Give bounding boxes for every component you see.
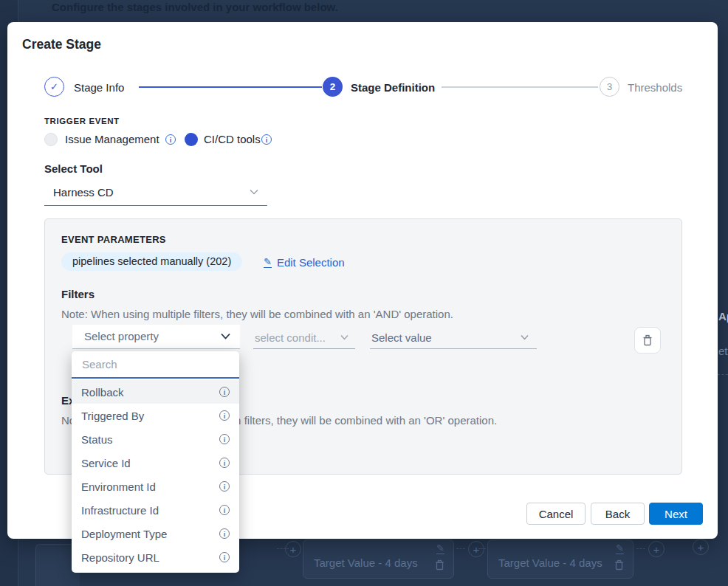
step-3-number: 3 (607, 81, 612, 92)
back-button[interactable]: Back (591, 503, 645, 525)
add-stage-plus-icon: + (468, 541, 484, 557)
background-stage-card: Target Value - 4 days ✎ (487, 540, 633, 579)
edit-pencil-icon: ✎ (436, 542, 444, 554)
info-icon[interactable]: i (219, 458, 230, 468)
stepper-connector-pending (442, 86, 598, 88)
filter-value-select[interactable]: Select value (370, 328, 537, 349)
dropdown-item-label: Environment Id (81, 480, 156, 493)
step-2-label[interactable]: Stage Definition (351, 81, 435, 94)
dashed-connector (718, 374, 728, 375)
filter-property-select[interactable]: Select property (72, 325, 240, 349)
step-2-number: 2 (330, 81, 336, 92)
edit-pencil-icon: ✎ (264, 257, 272, 268)
info-icon[interactable]: i (261, 134, 272, 145)
radio-cicd-tools-label[interactable]: CI/CD tools (204, 133, 261, 145)
dropdown-item-infrastructure-id[interactable]: Infrastructure Id i (72, 498, 239, 522)
trash-icon (642, 334, 653, 346)
filter-value-placeholder: Select value (371, 331, 432, 344)
step-1-label[interactable]: Stage Info (74, 81, 124, 94)
add-stage-plus-icon: + (285, 541, 301, 557)
target-value-label: Target Value - 4 days (498, 556, 602, 569)
dropdown-item-environment-id[interactable]: Environment Id i (72, 475, 239, 498)
info-icon[interactable]: i (219, 434, 230, 444)
info-icon[interactable]: i (219, 387, 230, 397)
info-icon[interactable]: i (219, 528, 230, 539)
info-icon[interactable]: i (219, 552, 230, 562)
radio-issue-management-label[interactable]: Issue Management (65, 133, 159, 145)
tool-select-dropdown[interactable]: Harness CD (44, 179, 267, 206)
dropdown-item-label: Rollback (81, 386, 124, 399)
add-stage-plus-icon: + (648, 541, 665, 557)
dropdown-item-repository-url[interactable]: Repository URL i (72, 545, 239, 569)
select-tool-label: Select Tool (44, 162, 103, 175)
chevron-down-icon (221, 333, 230, 342)
target-value-label: Target Value - 4 days (314, 556, 418, 569)
edit-pencil-icon: ✎ (616, 542, 624, 554)
dashed-connector (456, 548, 465, 549)
check-icon: ✓ (50, 81, 58, 92)
chevron-down-icon (340, 334, 349, 343)
info-icon[interactable]: i (219, 481, 230, 492)
property-dropdown-menu: Rollback i Triggered By i Status i Servi… (72, 351, 239, 573)
step-3-label[interactable]: Thresholds (628, 81, 682, 94)
filter-condition-placeholder: select condit... (255, 331, 326, 344)
dropdown-item-label: Infrastructure Id (81, 504, 159, 517)
event-parameters-heading: EVENT PARAMETERS (61, 234, 166, 245)
dropdown-item-label: Service Id (81, 457, 131, 469)
trash-icon (435, 559, 444, 571)
edit-selection-label: Edit Selection (277, 256, 345, 269)
background-page-subtitle: Configure the stages involved in your wo… (52, 1, 338, 13)
filters-note: Note: When using multiple filters, they … (61, 308, 453, 320)
dropdown-item-deployment-type[interactable]: Deployment Type i (72, 522, 239, 545)
background-stage-card: Target Value - 4 days ✎ (303, 540, 454, 579)
dropdown-item-label: Deployment Type (81, 528, 167, 540)
radio-cicd-tools[interactable] (185, 133, 198, 146)
dropdown-item-label: Status (81, 433, 113, 446)
step-3-pending-circle[interactable]: 3 (600, 77, 619, 97)
dropdown-search (72, 351, 239, 379)
edit-selection-link[interactable]: ✎ Edit Selection (264, 256, 345, 269)
cancel-button[interactable]: Cancel (526, 503, 586, 525)
modal-title: Create Stage (22, 37, 101, 52)
dropdown-item-list: Rollback i Triggered By i Status i Servi… (72, 379, 239, 569)
trash-icon (614, 559, 624, 571)
trigger-event-label: TRIGGER EVENT (44, 117, 120, 125)
step-1-done-circle[interactable]: ✓ (44, 77, 64, 97)
clipped-background-text: et (718, 345, 728, 357)
add-stage-plus-icon: + (693, 539, 709, 555)
dropdown-item-rollback[interactable]: Rollback i (72, 380, 239, 404)
clipped-background-text: Ap (718, 310, 728, 323)
delete-filter-button[interactable] (634, 327, 661, 354)
dropdown-item-triggered-by[interactable]: Triggered By i (72, 404, 239, 427)
next-button[interactable]: Next (649, 503, 703, 525)
filter-condition-select[interactable]: select condit... (253, 328, 355, 349)
dashed-connector (478, 548, 486, 549)
filters-heading: Filters (61, 288, 95, 300)
info-icon[interactable]: i (219, 505, 230, 515)
dropdown-item-status[interactable]: Status i (72, 427, 239, 451)
chevron-down-icon (521, 334, 529, 343)
pipelines-selection-chip: pipelines selected manually (202) (61, 252, 242, 271)
info-icon[interactable]: i (219, 410, 230, 421)
tool-select-value: Harness CD (53, 186, 114, 199)
filter-property-placeholder: Select property (84, 330, 159, 342)
stepper-connector-done (139, 86, 322, 88)
dropdown-item-label: Triggered By (81, 410, 144, 422)
dropdown-item-label: Repository URL (81, 551, 159, 564)
dropdown-item-service-id[interactable]: Service Id i (72, 451, 239, 475)
dropdown-search-input[interactable] (72, 351, 239, 377)
chevron-down-icon (250, 189, 258, 198)
step-2-active-circle[interactable]: 2 (323, 77, 343, 97)
info-icon[interactable]: i (165, 134, 176, 145)
radio-issue-management[interactable] (44, 133, 58, 146)
dashed-connector (636, 548, 645, 549)
